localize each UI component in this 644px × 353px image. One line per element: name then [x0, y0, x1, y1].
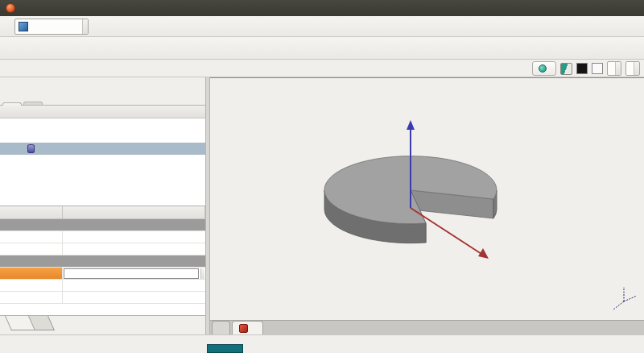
axis-indicator	[613, 287, 637, 309]
property-editor-empty	[0, 304, 205, 315]
spinner-arrows-icon[interactable]	[615, 62, 621, 75]
snap-none-button[interactable]	[532, 61, 556, 76]
tab-tasks[interactable]	[23, 102, 43, 105]
property-height-value[interactable]	[63, 280, 205, 291]
tree-item-cylinder[interactable]	[0, 143, 205, 155]
tree-item-application[interactable]	[0, 118, 205, 131]
angle-spinner[interactable]	[200, 268, 204, 279]
property-group-base[interactable]	[0, 219, 205, 230]
status-bar	[0, 334, 644, 353]
tab-project[interactable]	[2, 102, 22, 106]
window-close-button[interactable]	[6, 3, 15, 13]
value-column-header[interactable]	[63, 206, 205, 218]
transparency-spinner[interactable]	[625, 61, 640, 76]
titlebar[interactable]	[0, 0, 644, 16]
3d-viewport[interactable]	[210, 77, 644, 320]
line-color-swatch[interactable]	[576, 63, 588, 74]
tab-start-page[interactable]	[212, 321, 230, 334]
property-group-cylinder[interactable]	[0, 255, 205, 267]
part-toolbar	[0, 37, 644, 60]
part-workbench-icon	[19, 22, 28, 31]
panel-bottom-tabs	[0, 315, 205, 334]
freecad-document-icon	[239, 324, 248, 333]
main-toolbar	[0, 16, 644, 37]
angle-input[interactable]	[64, 268, 199, 279]
draft-style-icon[interactable]	[560, 63, 572, 75]
line-width-spinner[interactable]	[607, 61, 621, 76]
property-placement-value[interactable]	[63, 243, 205, 255]
labels-attributes-header	[0, 106, 205, 118]
cylinder-icon	[27, 144, 35, 153]
property-label[interactable]	[0, 231, 63, 243]
property-label-value[interactable]	[63, 231, 205, 243]
tree-item-unnamed[interactable]	[0, 131, 205, 143]
property-height[interactable]	[0, 280, 63, 291]
combo-view-panel	[0, 77, 206, 334]
property-column-header[interactable]	[0, 206, 63, 218]
property-placement[interactable]	[0, 243, 63, 255]
command-bar	[0, 60, 644, 77]
document-tab-bar	[210, 320, 644, 334]
property-angle-value[interactable]	[63, 268, 205, 279]
combo-arrows-icon[interactable]	[82, 19, 88, 34]
spinner-arrows-icon[interactable]	[634, 62, 639, 75]
workbench-selector[interactable]	[14, 19, 89, 35]
snap-icon	[539, 64, 547, 73]
property-angle[interactable]	[0, 268, 63, 279]
property-radius-value[interactable]	[63, 292, 205, 303]
status-indicator	[207, 344, 243, 353]
tab-unnamed-document[interactable]	[232, 321, 263, 334]
face-color-swatch[interactable]	[592, 63, 603, 74]
property-radius[interactable]	[0, 292, 63, 303]
property-editor	[0, 206, 205, 315]
model-tree	[0, 118, 205, 206]
